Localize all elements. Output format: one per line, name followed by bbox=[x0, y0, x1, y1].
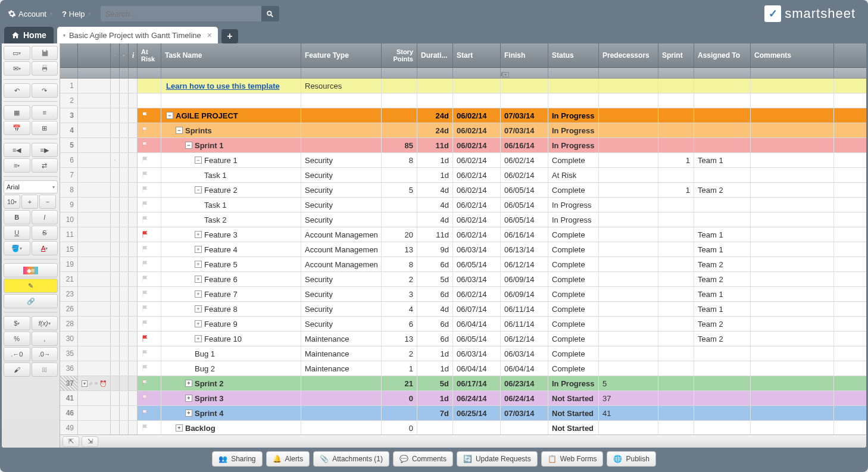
cell-risk[interactable] bbox=[138, 257, 161, 271]
cell-pred[interactable]: 37 bbox=[599, 391, 658, 405]
cell-task[interactable]: Bug 1 bbox=[161, 346, 301, 361]
cell-sp[interactable] bbox=[382, 406, 417, 420]
table-row[interactable]: 2 bbox=[60, 93, 866, 108]
row-number[interactable]: 15 bbox=[60, 242, 78, 257]
cell-finish[interactable]: 06/13/14 bbox=[501, 242, 548, 257]
indent-button[interactable]: ≡▶ bbox=[32, 143, 58, 157]
row-menu-icon[interactable]: ▾ bbox=[82, 380, 88, 387]
cell-pred[interactable]: 41 bbox=[599, 406, 658, 420]
start-header[interactable]: Start bbox=[453, 43, 501, 67]
cell-status[interactable]: In Progress bbox=[548, 212, 599, 227]
cell-dur[interactable] bbox=[417, 93, 453, 108]
status-header[interactable]: Status bbox=[548, 43, 599, 67]
cell-sprint[interactable] bbox=[658, 198, 694, 212]
cell-sp[interactable]: 13 bbox=[382, 242, 417, 257]
grid-view-button[interactable]: ▦ bbox=[4, 105, 30, 120]
cell-status[interactable]: Complete bbox=[548, 242, 599, 257]
cell-assign[interactable] bbox=[694, 123, 751, 137]
cell-dur[interactable]: 5d bbox=[417, 376, 453, 390]
cell-ftype[interactable]: Security bbox=[301, 168, 382, 182]
cell-risk[interactable] bbox=[138, 346, 161, 361]
cell-sprint[interactable] bbox=[658, 108, 694, 123]
cell-sprint[interactable] bbox=[658, 212, 694, 227]
cell-pred[interactable] bbox=[599, 183, 658, 197]
cell-dur[interactable]: 5d bbox=[417, 272, 453, 286]
cell-comm[interactable] bbox=[751, 317, 834, 331]
decimal-decrease-button[interactable]: .←0 bbox=[4, 347, 30, 361]
cell-comm[interactable] bbox=[751, 108, 834, 123]
cell-assign[interactable] bbox=[694, 79, 751, 93]
cell-task[interactable]: −Feature 2 bbox=[161, 183, 301, 197]
table-row[interactable]: 8 −Feature 2 Security 5 4d 06/02/14 06/0… bbox=[60, 183, 866, 198]
expand-toggle[interactable]: − bbox=[166, 112, 173, 119]
cell-sp[interactable]: 13 bbox=[382, 332, 417, 346]
expand-toggle[interactable]: + bbox=[195, 305, 202, 312]
cell-start[interactable]: 06/02/14 bbox=[453, 198, 501, 212]
cell-comm[interactable] bbox=[751, 406, 834, 420]
cell-status[interactable]: Not Started bbox=[548, 421, 599, 435]
cell-comm[interactable] bbox=[751, 212, 834, 227]
cell-ftype[interactable] bbox=[301, 138, 382, 152]
cell-sprint[interactable]: 1 bbox=[658, 153, 694, 167]
cell-sprint[interactable] bbox=[658, 138, 694, 152]
table-row[interactable]: 30 +Feature 10 Maintenance 13 6d 06/05/1… bbox=[60, 332, 866, 346]
cell-sprint[interactable] bbox=[658, 79, 694, 93]
cell-finish[interactable]: 06/11/14 bbox=[501, 317, 548, 331]
cell-status[interactable]: Not Started bbox=[548, 406, 599, 420]
decimal-increase-button[interactable]: .0→ bbox=[32, 347, 58, 361]
cell-assign[interactable] bbox=[694, 108, 751, 123]
cell-dur[interactable]: 7d bbox=[417, 406, 453, 420]
search-box[interactable] bbox=[101, 6, 279, 21]
cell-risk[interactable] bbox=[138, 242, 161, 257]
cell-risk[interactable] bbox=[138, 302, 161, 316]
cell-dur[interactable]: 1d bbox=[417, 346, 453, 361]
cell-finish[interactable]: 06/09/14 bbox=[501, 287, 548, 301]
cell-finish[interactable]: 06/02/14 bbox=[501, 168, 548, 182]
cell-start[interactable] bbox=[453, 93, 501, 108]
bold-button[interactable]: B bbox=[4, 210, 30, 224]
fontsize-increase[interactable]: + bbox=[21, 195, 38, 209]
cell-sp[interactable]: 5 bbox=[382, 183, 417, 197]
cell-risk[interactable] bbox=[138, 421, 161, 435]
cell-finish[interactable]: 06/16/14 bbox=[501, 227, 548, 242]
cell-assign[interactable]: Team 1 bbox=[694, 302, 751, 316]
cell-assign[interactable] bbox=[694, 376, 751, 390]
cell-finish[interactable]: 06/02/14 bbox=[501, 153, 548, 167]
cell-dur[interactable]: 4d bbox=[417, 183, 453, 197]
cell-sprint[interactable] bbox=[658, 287, 694, 301]
discuss-header[interactable] bbox=[120, 43, 129, 67]
cell-start[interactable]: 06/17/14 bbox=[453, 376, 501, 390]
add-tab-button[interactable]: + bbox=[221, 29, 238, 43]
cell-task[interactable]: Task 1 bbox=[161, 198, 301, 212]
cell-start[interactable]: 06/04/14 bbox=[453, 361, 501, 376]
cell-ftype[interactable]: Maintenance bbox=[301, 346, 382, 361]
cell-finish[interactable] bbox=[501, 421, 548, 435]
cell-dur[interactable]: 1d bbox=[417, 391, 453, 405]
search-input[interactable] bbox=[105, 10, 261, 18]
cell-start[interactable]: 06/04/14 bbox=[453, 317, 501, 331]
cell-ftype[interactable] bbox=[301, 376, 382, 390]
row-number[interactable]: 26 bbox=[60, 302, 78, 316]
fontsize-decrease[interactable]: − bbox=[39, 195, 56, 209]
cell-dur[interactable]: 4d bbox=[417, 198, 453, 212]
conditional-format-button[interactable]: ◆≡ bbox=[4, 263, 58, 277]
table-row[interactable]: 6 −Feature 1 Security 8 1d 06/02/14 06/0… bbox=[60, 153, 866, 168]
cell-ftype[interactable]: Account Managemen bbox=[301, 257, 382, 271]
expand-toggle[interactable]: − bbox=[176, 127, 183, 134]
comm-header[interactable]: Comments bbox=[751, 43, 834, 67]
row-number[interactable]: 41 bbox=[60, 391, 78, 405]
cell-comm[interactable] bbox=[751, 227, 834, 242]
cell-dur[interactable]: 4d bbox=[417, 212, 453, 227]
cell-sp[interactable] bbox=[382, 123, 417, 137]
cell-task[interactable]: +Feature 6 bbox=[161, 272, 301, 286]
cell-assign[interactable]: Team 2 bbox=[694, 272, 751, 286]
cell-sprint[interactable] bbox=[658, 257, 694, 271]
strike-button[interactable]: S bbox=[32, 226, 58, 240]
sharing-button[interactable]: 👥Sharing bbox=[212, 451, 262, 467]
table-row[interactable]: 15 +Feature 4 Account Managemen 13 9d 06… bbox=[60, 242, 866, 257]
cell-risk[interactable] bbox=[138, 198, 161, 212]
cell-sprint[interactable] bbox=[658, 242, 694, 257]
expand-toggle[interactable]: − bbox=[185, 142, 192, 149]
cell-pred[interactable] bbox=[599, 242, 658, 257]
risk-header[interactable]: At Risk bbox=[138, 43, 161, 67]
